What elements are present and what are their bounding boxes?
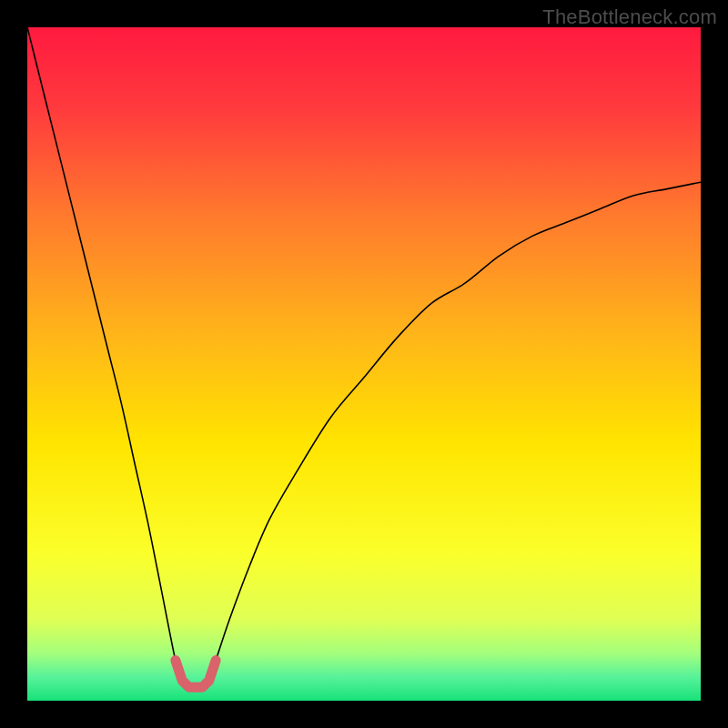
- brand-watermark: TheBottleneck.com: [542, 5, 717, 29]
- chart-frame: TheBottleneck.com: [0, 0, 728, 728]
- bottleneck-chart: [27, 27, 701, 701]
- gradient-background: [27, 27, 701, 701]
